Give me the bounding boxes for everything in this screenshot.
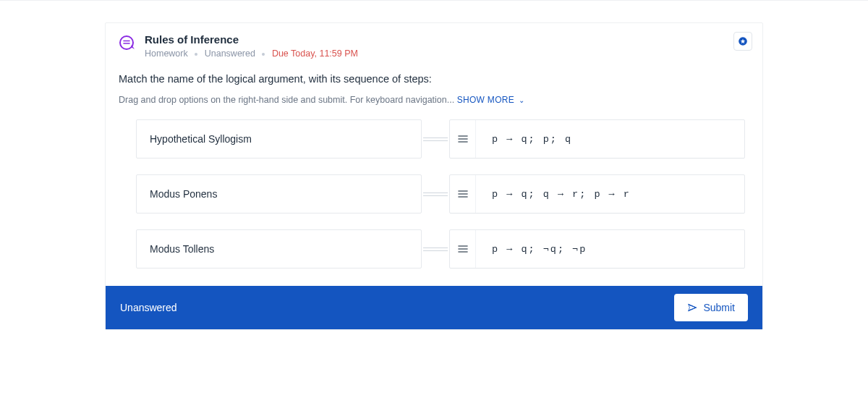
match-right-label: p → q; ¬q; ¬p [476,244,603,255]
submit-button[interactable]: Submit [674,294,748,321]
match-left-card: Hypothetical Syllogism [136,119,422,158]
match-right-card[interactable]: p → q; q → r; p → r [449,174,745,213]
match-right-label: p → q; p; q [476,134,588,145]
match-left-label: Modus Tollens [150,243,214,255]
match-connector [422,193,449,196]
match-connector [422,138,449,141]
svg-point-0 [120,36,133,49]
chevron-down-icon: ⌄ [519,96,524,104]
meta-separator [195,53,197,56]
drag-handle-icon[interactable] [450,230,476,268]
question-type-icon [119,35,136,52]
match-right-card[interactable]: p → q; ¬q; ¬p [449,229,745,268]
show-more-toggle[interactable]: SHOW MORE ⌄ [457,95,524,105]
meta-due: Due Today, 11:59 PM [272,48,358,59]
match-right-label: p → q; q → r; p → r [476,189,647,200]
match-connector [422,248,449,251]
star-button[interactable] [733,32,752,51]
match-row: Modus Ponens p → q; q → r; p → r [136,174,745,213]
drag-handle-icon[interactable] [450,120,476,158]
footer-status: Unanswered [120,302,177,313]
match-row: Modus Tollens p → q; ¬q; ¬p [136,229,745,268]
instructions-row: Drag and drop options on the right-hand … [106,88,762,115]
question-meta: Homework Unanswered Due Today, 11:59 PM [145,48,749,59]
card-header: Rules of Inference Homework Unanswered D… [106,23,762,63]
match-right-card[interactable]: p → q; p; q [449,119,745,158]
match-left-label: Hypothetical Syllogism [150,133,252,145]
match-row: Hypothetical Syllogism p → q; p; q [136,119,745,158]
instructions-text: Drag and drop options on the right-hand … [119,95,454,105]
show-more-label: SHOW MORE [457,95,514,105]
match-left-label: Modus Ponens [150,188,217,200]
meta-separator [262,53,265,56]
meta-status: Unanswered [205,48,255,59]
question-prompt: Match the name of the logical argument, … [106,63,762,88]
drag-handle-icon[interactable] [450,175,476,213]
question-title: Rules of Inference [145,33,749,46]
match-left-card: Modus Ponens [136,174,422,213]
submit-label: Submit [703,302,735,313]
paper-plane-icon [687,303,697,313]
match-left-card: Modus Tollens [136,229,422,268]
question-card: Rules of Inference Homework Unanswered D… [105,22,763,330]
meta-category: Homework [145,48,188,59]
match-area: Hypothetical Syllogism p → q; p; q [106,115,762,286]
footer-bar: Unanswered Submit [106,286,762,329]
